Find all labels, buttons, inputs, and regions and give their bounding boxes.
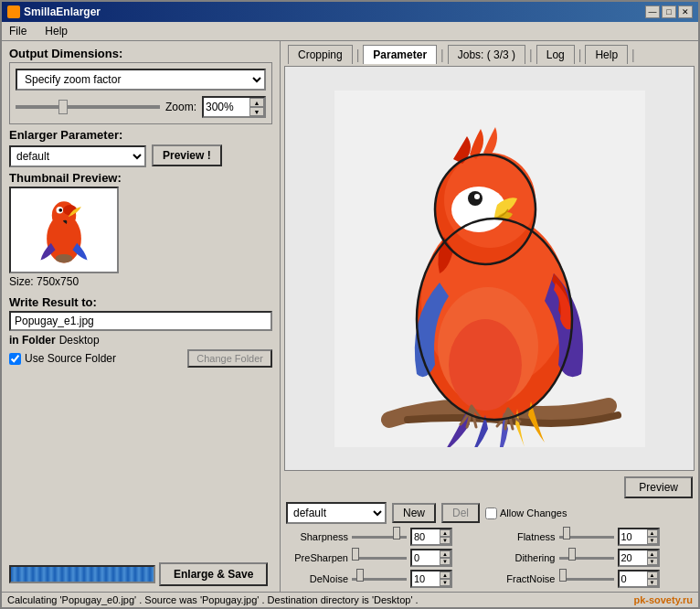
fractnoise-spin-up[interactable]: ▲ <box>647 572 658 579</box>
param-row-sharpness: Sharpness ▲ ▼ <box>286 528 486 546</box>
allow-changes-checkbox[interactable] <box>485 508 497 519</box>
presharpen-slider[interactable] <box>352 552 407 563</box>
fractnoise-input[interactable] <box>620 572 647 585</box>
presharpen-spin-up[interactable]: ▲ <box>440 550 451 558</box>
param-preset-select[interactable]: default sharp smooth <box>286 502 387 524</box>
dithering-input-box: ▲ ▼ <box>618 549 660 567</box>
flatness-label: Flatness <box>493 531 556 542</box>
sharpness-input-box: ▲ ▼ <box>410 528 452 546</box>
folder-row: in Folder Desktop <box>9 334 272 347</box>
change-folder-button[interactable]: Change Folder <box>187 349 272 368</box>
thumbnail-preview-title: Thumbnail Preview: <box>9 171 272 185</box>
sharpness-input[interactable] <box>412 530 440 543</box>
tab-parameter[interactable]: Parameter <box>363 45 437 64</box>
output-dimensions-title: Output Dimensions: <box>9 47 272 60</box>
denoise-spin-down[interactable]: ▼ <box>440 579 451 586</box>
param-sliders: Sharpness ▲ ▼ <box>286 528 693 588</box>
maximize-button[interactable]: □ <box>662 5 676 18</box>
sharpness-spin-down[interactable]: ▼ <box>440 537 451 544</box>
tab-sep-5: | <box>631 48 635 62</box>
fractnoise-label: FractNoise <box>493 573 556 584</box>
preview-parrot-svg <box>334 91 645 447</box>
presharpen-spin-down[interactable]: ▼ <box>440 558 451 565</box>
write-result-title: Write Result to: <box>9 295 272 309</box>
filename-input[interactable] <box>9 311 272 331</box>
presharpen-input-box: ▲ ▼ <box>410 549 452 567</box>
zoom-slider-track <box>16 105 160 109</box>
denoise-spin-up[interactable]: ▲ <box>440 572 451 579</box>
fractnoise-thumb[interactable] <box>559 569 567 582</box>
minimize-button[interactable]: — <box>645 5 660 18</box>
zoom-slider-container[interactable] <box>16 100 160 114</box>
enlarge-save-button[interactable]: Enlarge & Save <box>159 562 268 586</box>
zoom-spin-up[interactable]: ▲ <box>249 98 264 107</box>
sharpness-label: Sharpness <box>286 531 348 542</box>
presharpen-input[interactable] <box>412 551 440 564</box>
fractnoise-spin-down[interactable]: ▼ <box>647 579 658 586</box>
tab-log[interactable]: Log <box>536 45 575 64</box>
svg-point-17 <box>474 194 480 199</box>
folder-value: Desktop <box>59 334 100 347</box>
tab-cropping[interactable]: Cropping <box>288 45 353 64</box>
dithering-spin-up[interactable]: ▲ <box>647 550 658 558</box>
del-preset-button[interactable]: Del <box>441 503 480 523</box>
flatness-spin-down[interactable]: ▼ <box>647 537 658 544</box>
right-panel: Cropping | Parameter | Jobs: ( 3/3 ) | L… <box>281 41 698 592</box>
tabs-bar: Cropping | Parameter | Jobs: ( 3/3 ) | L… <box>281 41 698 64</box>
tab-sep-1: | <box>356 48 360 62</box>
tab-sep-4: | <box>578 48 582 62</box>
dithering-thumb[interactable] <box>568 548 576 561</box>
window-title: SmillaEnlarger <box>24 5 101 18</box>
flatness-thumb[interactable] <box>563 527 570 540</box>
controls-row1: Preview <box>286 476 693 498</box>
zoom-row: Zoom: 300% ▲ ▼ <box>16 96 266 118</box>
zoom-spin-buttons: ▲ ▼ <box>249 98 264 116</box>
dithering-spin-down[interactable]: ▼ <box>647 558 658 565</box>
new-preset-button[interactable]: New <box>392 503 436 523</box>
flatness-slider[interactable] <box>559 531 614 542</box>
zoom-slider-thumb[interactable] <box>58 100 68 114</box>
tab-help[interactable]: Help <box>585 45 628 64</box>
output-dimensions-box: Specify zoom factor Specify output size … <box>9 62 272 124</box>
enlarger-preset-select[interactable]: default sharp smooth noisy <box>9 145 146 167</box>
preview-right-button[interactable]: Preview <box>624 476 693 498</box>
allow-changes-label: Allow Changes <box>485 508 567 519</box>
denoise-thumb[interactable] <box>356 569 364 582</box>
menu-help[interactable]: Help <box>41 24 71 38</box>
thumbnail-parrot-svg <box>23 191 105 269</box>
dithering-input[interactable] <box>620 551 647 564</box>
folder-label: in Folder <box>9 334 56 347</box>
sharpness-spin-up[interactable]: ▲ <box>440 529 451 537</box>
zoom-mode-select[interactable]: Specify zoom factor Specify output size … <box>16 69 266 91</box>
sharpness-slider[interactable] <box>352 531 407 542</box>
svg-point-4 <box>58 208 62 212</box>
preview-button[interactable]: Preview ! <box>152 144 222 166</box>
use-source-folder-label: Use Source Folder <box>25 352 116 365</box>
flatness-spin-up[interactable]: ▲ <box>647 529 658 537</box>
denoise-input[interactable] <box>412 572 440 585</box>
zoom-input[interactable]: 300% <box>204 100 249 114</box>
close-button[interactable]: ✕ <box>678 5 693 18</box>
denoise-slider[interactable] <box>352 573 407 584</box>
bottom-bar: Enlarge & Save <box>9 559 272 586</box>
tab-jobs[interactable]: Jobs: ( 3/3 ) <box>448 45 525 64</box>
fractnoise-slider[interactable] <box>559 573 614 584</box>
menu-file[interactable]: File <box>5 24 30 38</box>
presharpen-thumb[interactable] <box>352 548 359 561</box>
main-content: Output Dimensions: Specify zoom factor S… <box>2 41 698 592</box>
preview-area <box>284 66 695 471</box>
dithering-slider[interactable] <box>559 552 614 563</box>
progress-bar <box>9 565 155 583</box>
presharpen-label: PreSharpen <box>286 552 348 563</box>
watermark: pk-sovety.ru <box>633 594 693 605</box>
zoom-spin-down[interactable]: ▼ <box>249 107 264 116</box>
tab-sep-2: | <box>440 48 444 62</box>
zoom-input-box: 300% ▲ ▼ <box>202 96 266 118</box>
svg-point-5 <box>56 254 73 262</box>
denoise-label: DeNoise <box>286 573 348 584</box>
left-panel: Output Dimensions: Specify zoom factor S… <box>2 41 281 592</box>
use-source-folder-row: Use Source Folder Change Folder <box>9 349 272 368</box>
use-source-folder-checkbox[interactable] <box>9 353 21 365</box>
sharpness-thumb[interactable] <box>393 527 400 540</box>
flatness-input[interactable] <box>620 530 647 543</box>
